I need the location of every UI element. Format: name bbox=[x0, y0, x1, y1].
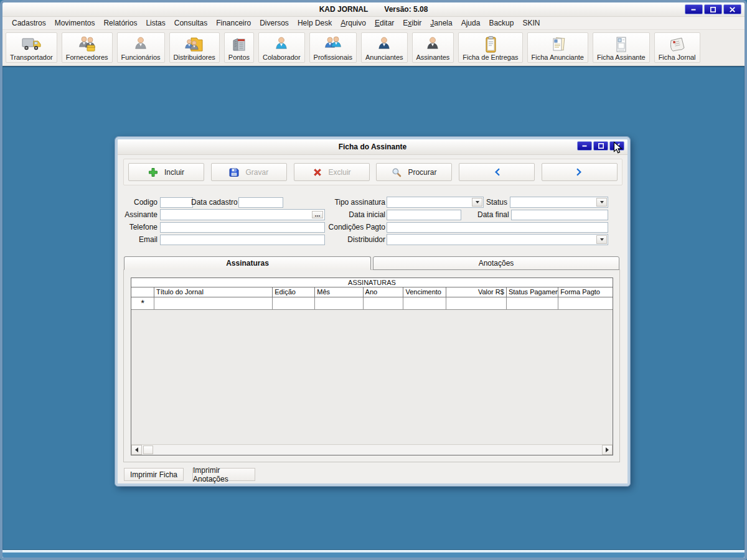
data-cadastro-input[interactable] bbox=[238, 197, 283, 208]
delivery-sheet-icon bbox=[480, 34, 501, 54]
grid-cell[interactable] bbox=[154, 297, 273, 309]
scroll-left-button[interactable] bbox=[131, 445, 142, 455]
toolbar-button-ficha-assinante[interactable]: Ficha Assinante bbox=[593, 32, 650, 63]
grid-cell[interactable] bbox=[558, 297, 613, 309]
maximize-icon bbox=[597, 143, 605, 149]
menu-item-backup[interactable]: Backup bbox=[484, 19, 518, 27]
dialog-body: IncluirGravarExcluirProcurar Codigo Data… bbox=[118, 155, 627, 483]
toolbar-button-assinantes[interactable]: Assinantes bbox=[412, 32, 454, 63]
chevron-down-icon[interactable] bbox=[596, 235, 607, 244]
maximize-icon bbox=[709, 7, 717, 12]
menu-item-cadastros[interactable]: Cadastros bbox=[7, 19, 50, 27]
tipo-assinatura-label: Tipo assinatura bbox=[323, 197, 385, 208]
tab-label: Assinaturas bbox=[226, 259, 269, 268]
assinante-input[interactable]: ... bbox=[160, 209, 325, 220]
tab-label: Anotações bbox=[479, 259, 514, 268]
menu-item-editar[interactable]: Editar bbox=[370, 19, 398, 27]
toolbar-button-label: Ficha de Entregas bbox=[463, 54, 518, 61]
grid-column-forma-pagto: Forma Pagto bbox=[558, 287, 613, 297]
status-combo[interactable] bbox=[510, 197, 608, 208]
main-titlebar: KAD JORNAL Versão: 5.08 bbox=[2, 2, 745, 17]
row-indicator-cell[interactable]: * bbox=[131, 297, 154, 309]
procurar-button[interactable]: Procurar bbox=[376, 163, 452, 181]
truck-icon bbox=[21, 34, 42, 54]
toolbar-button-label: Anunciantes bbox=[365, 54, 403, 61]
grid-column-vencimento: Vencimento bbox=[403, 287, 446, 297]
grid-cell[interactable] bbox=[446, 297, 507, 309]
toolbar-button-anunciantes[interactable]: Anunciantes bbox=[361, 32, 408, 63]
toolbar-button-label: Colaborador bbox=[263, 54, 301, 61]
menu-item-movimentos[interactable]: Movimentos bbox=[50, 19, 100, 27]
assinaturas-grid[interactable]: ASSINATURAS Título do JornalEdiçãoMêsAno… bbox=[131, 278, 613, 455]
toolbar-button-colaborador[interactable]: Colaborador bbox=[258, 32, 305, 63]
condicoes-pagto-input[interactable] bbox=[387, 222, 608, 233]
employee-icon bbox=[130, 34, 151, 54]
menu-item-ajuda[interactable]: Ajuda bbox=[457, 19, 485, 27]
toolbar-button-funcionarios[interactable]: Funcionários bbox=[117, 32, 165, 63]
toolbar-button-label: Funcionários bbox=[121, 54, 161, 61]
scroll-thumb[interactable] bbox=[143, 446, 153, 454]
toolbar-button-transportador[interactable]: Transportador bbox=[6, 32, 57, 63]
assinante-lookup-button[interactable]: ... bbox=[312, 211, 323, 218]
toolbar-button-label: Profissionais bbox=[314, 54, 352, 61]
menu-item-janela[interactable]: Janela bbox=[426, 19, 456, 27]
toolbar-button-pontos[interactable]: Pontos bbox=[224, 32, 254, 63]
tipo-assinatura-combo[interactable] bbox=[387, 197, 484, 208]
dialog-maximize-button[interactable] bbox=[593, 141, 608, 151]
telefone-input[interactable] bbox=[160, 222, 325, 233]
condicoes-pagto-label: Condições Pagto bbox=[311, 222, 385, 233]
grid-column-headers: Título do JornalEdiçãoMêsAnoVencimentoVa… bbox=[131, 287, 613, 297]
professionals-icon bbox=[322, 34, 344, 54]
toolbar-button-distribuidores[interactable]: Distribuidores bbox=[169, 32, 220, 63]
scroll-right-button[interactable] bbox=[602, 445, 613, 455]
dialog-close-button[interactable] bbox=[609, 141, 624, 151]
chevron-down-icon[interactable] bbox=[596, 198, 607, 207]
grid-cell[interactable] bbox=[364, 297, 404, 309]
imprimir-ficha-button[interactable]: Imprimir Ficha bbox=[124, 468, 184, 481]
distribuidor-combo[interactable] bbox=[387, 234, 608, 245]
toolbar-button-label: Pontos bbox=[228, 54, 250, 61]
toolbar-button-ficha-jornal[interactable]: Ficha Jornal bbox=[654, 32, 700, 63]
dialog-window-controls bbox=[577, 141, 624, 151]
grid-new-row[interactable]: * bbox=[131, 297, 613, 310]
menu-item-exibir[interactable]: Exibir bbox=[398, 19, 426, 27]
menu-item-financeiro[interactable]: Financeiro bbox=[212, 19, 255, 27]
excluir-button[interactable]: Excluir bbox=[294, 163, 370, 181]
gravar-button[interactable]: Gravar bbox=[211, 163, 287, 181]
menu-item-skin[interactable]: SKIN bbox=[518, 19, 544, 27]
dialog-titlebar: Ficha do Assinante bbox=[118, 139, 627, 155]
grid-cell[interactable] bbox=[273, 297, 315, 309]
toolbar-button-ficha-anunciante[interactable]: Ficha Anunciante bbox=[527, 32, 588, 63]
codigo-input[interactable] bbox=[160, 197, 193, 208]
app-version: Versão: 5.08 bbox=[384, 5, 428, 14]
horizontal-scrollbar[interactable] bbox=[131, 444, 613, 455]
menu-item-listas[interactable]: Listas bbox=[141, 19, 169, 27]
menu-item-consultas[interactable]: Consultas bbox=[170, 19, 212, 27]
data-final-input[interactable] bbox=[511, 210, 608, 220]
window-close-button[interactable] bbox=[723, 4, 741, 14]
grid-cell[interactable] bbox=[403, 297, 446, 309]
menu-item-arquivo[interactable]: Arquivo bbox=[336, 19, 370, 27]
tab-anotacoes[interactable]: Anotações bbox=[373, 256, 619, 270]
window-minimize-button[interactable] bbox=[685, 4, 703, 14]
search-icon bbox=[392, 167, 402, 177]
incluir-button[interactable]: Incluir bbox=[128, 163, 204, 181]
previous-record-button[interactable] bbox=[459, 163, 535, 181]
menu-item-relatorios[interactable]: Relatórios bbox=[99, 19, 141, 27]
menu-item-diversos[interactable]: Diversos bbox=[255, 19, 293, 27]
next-record-button[interactable] bbox=[542, 163, 618, 181]
email-input[interactable] bbox=[160, 235, 325, 245]
imprimir-anotacoes-button[interactable]: Imprimir Anotações bbox=[192, 468, 255, 481]
grid-cell[interactable] bbox=[315, 297, 363, 309]
toolbar-button-ficha-de-entregas[interactable]: Ficha de Entregas bbox=[458, 32, 522, 63]
tab-assinaturas[interactable]: Assinaturas bbox=[124, 256, 371, 270]
grid-cell[interactable] bbox=[507, 297, 558, 309]
window-maximize-button[interactable] bbox=[704, 4, 722, 14]
codigo-label: Codigo bbox=[118, 197, 157, 208]
menu-item-help-desk[interactable]: Help Desk bbox=[293, 19, 336, 27]
toolbar-button-profissionais[interactable]: Profissionais bbox=[309, 32, 357, 63]
ficha-do-assinante-window: Ficha do Assinante IncluirGravarExcluirP… bbox=[115, 137, 630, 486]
data-inicial-input[interactable] bbox=[387, 210, 461, 220]
toolbar-button-fornecedores[interactable]: Fornecedores bbox=[62, 32, 113, 63]
dialog-minimize-button[interactable] bbox=[577, 141, 592, 151]
